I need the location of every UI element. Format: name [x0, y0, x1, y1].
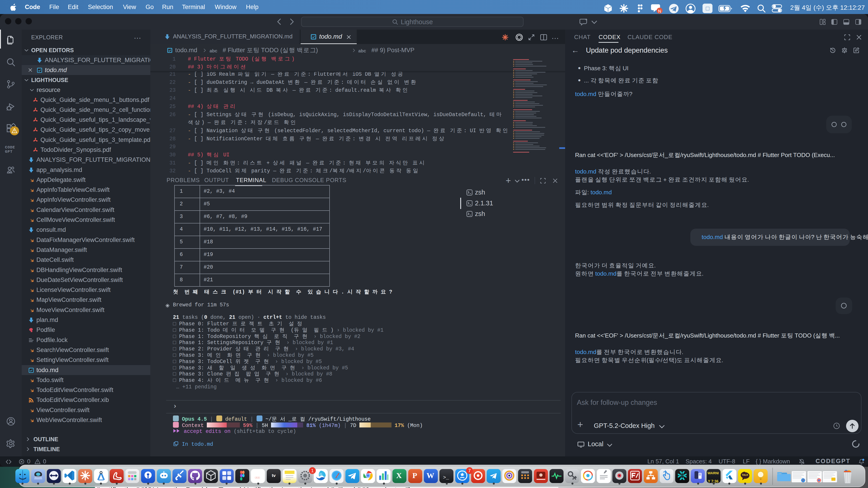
svg-text:N: N — [658, 9, 661, 13]
svg-text:TALK: TALK — [742, 474, 748, 476]
